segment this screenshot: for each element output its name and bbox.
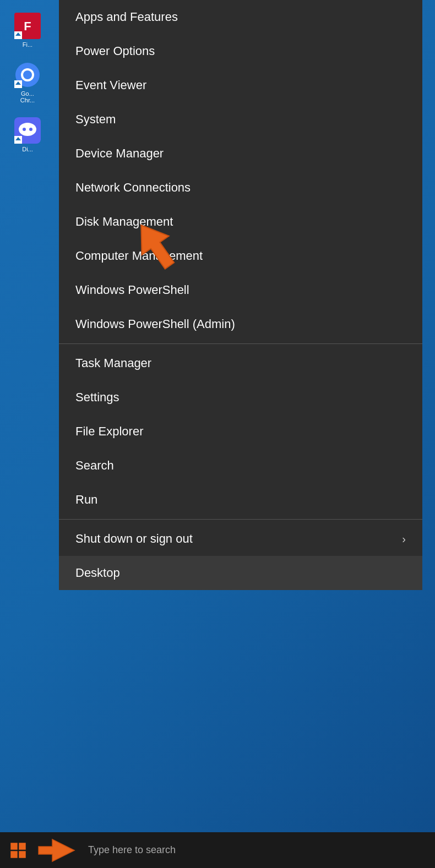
- menu-item-power-options[interactable]: Power Options: [59, 34, 422, 68]
- svg-rect-17: [19, 843, 26, 850]
- context-menu: Apps and FeaturesPower OptionsEvent View…: [59, 0, 422, 590]
- menu-item-label-disk-management: Disk Management: [75, 215, 173, 229]
- menu-item-label-run: Run: [75, 493, 97, 507]
- menu-item-label-desktop: Desktop: [75, 566, 120, 580]
- menu-item-label-shut-down: Shut down or sign out: [75, 532, 193, 546]
- menu-item-network-connections[interactable]: Network Connections: [59, 171, 422, 205]
- svg-point-10: [19, 123, 36, 136]
- svg-rect-19: [19, 851, 26, 858]
- menu-item-label-search: Search: [75, 458, 114, 473]
- menu-item-label-windows-powershell: Windows PowerShell: [75, 283, 189, 297]
- svg-rect-16: [10, 843, 18, 850]
- icon-img-discord: [14, 117, 41, 144]
- svg-text:F: F: [24, 19, 31, 33]
- menu-item-chevron-shut-down: ›: [402, 533, 406, 545]
- menu-item-label-device-manager: Device Manager: [75, 146, 164, 161]
- taskbar-search-text: Type here to search: [88, 844, 176, 856]
- menu-separator-run: [59, 519, 422, 520]
- icon-img-chrome: [14, 62, 41, 88]
- desktop-icon-discord[interactable]: Di...: [3, 110, 52, 160]
- svg-point-11: [23, 128, 26, 131]
- start-button[interactable]: [0, 832, 36, 868]
- svg-marker-20: [39, 839, 74, 861]
- taskbar-arrow-area: [36, 832, 80, 868]
- menu-item-shut-down[interactable]: Shut down or sign out›: [59, 522, 422, 556]
- menu-item-desktop[interactable]: Desktop: [59, 556, 422, 590]
- menu-item-label-event-viewer: Event Viewer: [75, 78, 146, 92]
- menu-item-event-viewer[interactable]: Event Viewer: [59, 68, 422, 102]
- taskbar-arrow-icon: [36, 837, 80, 864]
- menu-item-windows-powershell-admin[interactable]: Windows PowerShell (Admin): [59, 307, 422, 341]
- menu-item-settings[interactable]: Settings: [59, 380, 422, 414]
- desktop-icon-1-label: Fi...: [23, 41, 32, 48]
- desktop-icon-discord-label: Di...: [22, 146, 33, 152]
- menu-item-device-manager[interactable]: Device Manager: [59, 137, 422, 171]
- svg-rect-18: [10, 851, 18, 858]
- menu-item-computer-management[interactable]: Computer Management: [59, 239, 422, 273]
- svg-point-12: [29, 128, 32, 131]
- menu-item-label-network-connections: Network Connections: [75, 181, 191, 195]
- menu-item-label-settings: Settings: [75, 390, 119, 405]
- menu-item-search[interactable]: Search: [59, 449, 422, 483]
- menu-item-run[interactable]: Run: [59, 483, 422, 517]
- menu-item-system[interactable]: System: [59, 102, 422, 137]
- svg-point-6: [23, 70, 32, 79]
- menu-item-label-computer-management: Computer Management: [75, 249, 203, 263]
- icon-img-1: F: [14, 13, 41, 39]
- menu-item-label-file-explorer: File Explorer: [75, 424, 143, 439]
- menu-item-file-explorer[interactable]: File Explorer: [59, 414, 422, 449]
- menu-separator-windows-powershell-admin: [59, 343, 422, 344]
- windows-logo-icon: [10, 842, 26, 859]
- taskbar-search[interactable]: Type here to search: [80, 832, 435, 868]
- menu-item-windows-powershell[interactable]: Windows PowerShell: [59, 273, 422, 307]
- menu-item-apps-features[interactable]: Apps and Features: [59, 0, 422, 34]
- desktop-icon-chrome[interactable]: Go...Chr...: [3, 58, 52, 107]
- menu-item-label-task-manager: Task Manager: [75, 356, 151, 370]
- desktop-icons-area: F Fi... Go...Chr...: [0, 0, 61, 826]
- taskbar: Type here to search: [0, 832, 435, 868]
- desktop-icon-1[interactable]: F Fi...: [3, 6, 52, 55]
- menu-item-task-manager[interactable]: Task Manager: [59, 346, 422, 380]
- menu-item-label-power-options: Power Options: [75, 44, 155, 58]
- menu-item-label-system: System: [75, 112, 116, 127]
- menu-item-label-apps-features: Apps and Features: [75, 10, 178, 24]
- desktop-icon-chrome-label: Go...Chr...: [20, 90, 35, 103]
- menu-item-disk-management[interactable]: Disk Management: [59, 205, 422, 239]
- menu-item-label-windows-powershell-admin: Windows PowerShell (Admin): [75, 317, 235, 331]
